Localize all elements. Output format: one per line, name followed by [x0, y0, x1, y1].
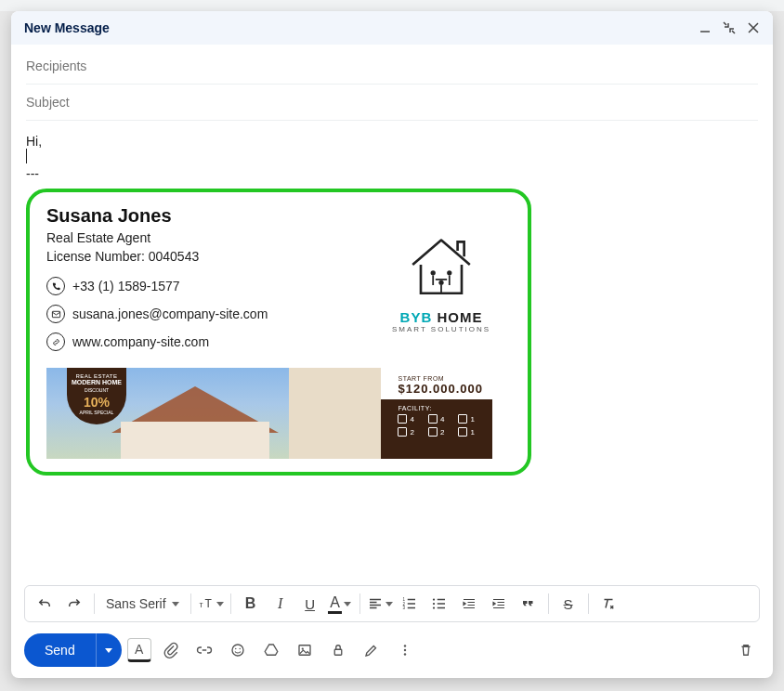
- insert-photo-button[interactable]: [291, 636, 319, 664]
- font-family-select[interactable]: Sans Serif: [100, 596, 185, 611]
- confidential-mode-button[interactable]: [324, 636, 352, 664]
- mail-icon: [46, 305, 65, 323]
- attach-file-button[interactable]: [157, 636, 185, 664]
- banner-price-value: $120.000.000: [398, 382, 483, 396]
- signature-name: Susana Jones: [46, 205, 353, 227]
- subject-row[interactable]: [26, 85, 758, 121]
- svg-point-21: [404, 653, 406, 655]
- signature-website-row: www.company-site.com: [46, 332, 353, 351]
- chevron-down-icon: [105, 648, 112, 653]
- svg-point-19: [404, 645, 406, 646]
- svg-text:3: 3: [402, 606, 405, 610]
- formatting-toolbar: Sans Serif тT B I U A 123: [24, 585, 760, 622]
- svg-point-2: [431, 270, 436, 275]
- svg-point-14: [235, 648, 237, 650]
- link-icon: [46, 332, 65, 351]
- header-fields: [11, 45, 773, 121]
- underline-button[interactable]: U: [296, 590, 324, 618]
- indent-less-button[interactable]: [455, 590, 483, 618]
- signature-phone-row: +33 (1) 1589-1577: [46, 277, 353, 295]
- logo-tagline: SMART SOLUTIONS: [392, 325, 490, 333]
- svg-point-12: [432, 606, 434, 608]
- message-body[interactable]: Hi, --- Susana Jones Real Estate Agent L…: [11, 121, 773, 585]
- send-options-button[interactable]: [96, 633, 122, 667]
- banner-facility-grid: 4 4 1 2 2 1: [398, 414, 483, 437]
- signature-role: Real Estate Agent: [46, 230, 353, 245]
- signature-block: Susana Jones Real Estate Agent License N…: [26, 189, 531, 476]
- numbered-list-button[interactable]: 123: [396, 590, 424, 618]
- close-button[interactable]: [747, 21, 760, 34]
- banner-house-image: REAL ESTATE MODERN HOME DISCOUNT 10% APR…: [46, 368, 289, 459]
- action-bar: Send A: [11, 622, 773, 678]
- more-options-button[interactable]: [391, 636, 419, 664]
- signature-email-row: susana.jones@company-site.com: [46, 305, 353, 323]
- bold-button[interactable]: B: [237, 590, 265, 618]
- fullscreen-exit-button[interactable]: [723, 21, 736, 34]
- banner-interior-image: [289, 368, 382, 459]
- svg-point-20: [404, 649, 406, 651]
- banner-facility-label: FACILITY:: [398, 405, 483, 411]
- titlebar: New Message: [11, 11, 773, 45]
- house-logo-icon: [399, 224, 484, 306]
- chevron-down-icon: [172, 602, 179, 606]
- align-button[interactable]: [366, 590, 394, 618]
- insert-emoji-button[interactable]: [224, 636, 252, 664]
- svg-point-13: [232, 645, 243, 656]
- signature-license: License Number: 0040543: [46, 249, 353, 264]
- redo-button[interactable]: [60, 590, 88, 618]
- svg-point-3: [447, 270, 451, 275]
- svg-rect-18: [334, 649, 342, 655]
- svg-point-4: [438, 280, 443, 284]
- chevron-down-icon: [216, 602, 224, 606]
- formatting-options-button[interactable]: A: [127, 638, 151, 662]
- minimize-button[interactable]: [699, 21, 712, 34]
- phone-icon: [46, 277, 65, 295]
- text-cursor: [26, 149, 27, 163]
- signature-banner: REAL ESTATE MODERN HOME DISCOUNT 10% APR…: [46, 368, 492, 459]
- svg-point-10: [432, 598, 434, 600]
- chevron-down-icon: [344, 602, 351, 606]
- body-greeting: Hi,: [26, 134, 758, 149]
- compose-window: New Message Hi, --- Susana J: [11, 11, 773, 678]
- bulleted-list-button[interactable]: [425, 590, 453, 618]
- signature-logo: BYB HOME SMART SOLUTIONS: [372, 205, 511, 351]
- chevron-down-icon: [385, 602, 393, 606]
- banner-price-label: START FROM: [398, 375, 483, 382]
- italic-button[interactable]: I: [267, 590, 294, 618]
- text-color-button[interactable]: A: [326, 590, 354, 618]
- insert-link-button[interactable]: [190, 636, 218, 664]
- window-controls: [699, 21, 760, 34]
- recipients-input[interactable]: [26, 59, 758, 73]
- svg-point-11: [432, 603, 434, 605]
- font-size-button[interactable]: тT: [197, 590, 225, 618]
- logo-brand: BYB HOME: [392, 309, 490, 325]
- quote-button[interactable]: [515, 590, 542, 618]
- svg-text:т: т: [199, 600, 203, 609]
- discard-draft-button[interactable]: [732, 636, 760, 664]
- insert-signature-button[interactable]: [358, 636, 385, 664]
- subject-input[interactable]: [26, 95, 758, 110]
- window-title: New Message: [24, 20, 110, 35]
- svg-rect-16: [299, 645, 310, 656]
- remove-formatting-button[interactable]: [595, 590, 622, 618]
- signature-website: www.company-site.com: [72, 334, 209, 349]
- recipients-row[interactable]: [26, 48, 758, 85]
- signature-phone: +33 (1) 1589-1577: [72, 279, 180, 293]
- undo-button[interactable]: [31, 590, 59, 618]
- svg-text:T: T: [204, 597, 212, 610]
- banner-badge: REAL ESTATE MODERN HOME DISCOUNT 10% APR…: [67, 368, 126, 424]
- send-button[interactable]: Send: [24, 633, 96, 667]
- insert-drive-button[interactable]: [257, 636, 285, 664]
- signature-email: susana.jones@company-site.com: [72, 306, 268, 321]
- strikethrough-button[interactable]: S: [555, 590, 582, 618]
- indent-more-button[interactable]: [485, 590, 513, 618]
- body-separator: ---: [26, 166, 758, 181]
- svg-point-15: [239, 648, 241, 650]
